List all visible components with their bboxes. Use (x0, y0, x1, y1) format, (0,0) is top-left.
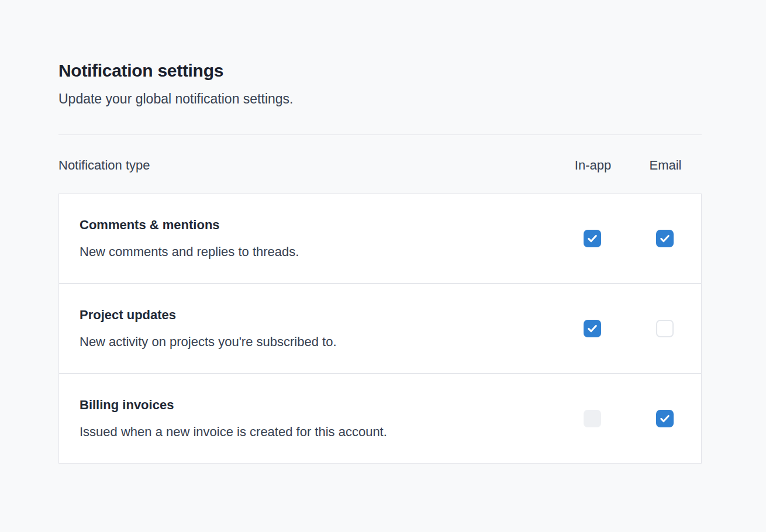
checkbox-comments-email[interactable] (656, 230, 674, 247)
checkbox-billing-in-app-disabled (584, 410, 601, 427)
row-description: New comments and replies to threads. (80, 244, 556, 260)
row-text: Project updates New activity on projects… (59, 307, 556, 350)
row-text: Comments & mentions New comments and rep… (59, 217, 556, 260)
check-icon (659, 233, 671, 244)
in-app-cell (556, 230, 629, 247)
check-icon (586, 323, 598, 334)
checkbox-projects-email[interactable] (656, 320, 674, 337)
page-subtitle: Update your global notification settings… (58, 91, 702, 108)
checkbox-comments-in-app[interactable] (584, 230, 601, 247)
column-header-email: Email (629, 158, 702, 173)
row-description: New activity on projects you're subscrib… (80, 334, 556, 350)
checkbox-billing-email[interactable] (656, 410, 674, 427)
column-header-notification-type: Notification type (58, 158, 557, 173)
row-title: Project updates (80, 307, 556, 323)
in-app-cell (556, 410, 629, 427)
email-cell (629, 410, 701, 427)
email-cell (629, 320, 701, 337)
section-divider (58, 134, 702, 135)
notification-settings-card: Comments & mentions New comments and rep… (58, 194, 702, 464)
in-app-cell (556, 320, 629, 337)
email-cell (629, 230, 701, 247)
row-title: Comments & mentions (80, 217, 556, 233)
row-text: Billing invoices Issued when a new invoi… (59, 397, 556, 440)
row-title: Billing invoices (80, 397, 556, 413)
table-header: Notification type In-app Email (58, 158, 702, 173)
table-row-project-updates: Project updates New activity on projects… (59, 283, 701, 373)
table-row-billing-invoices: Billing invoices Issued when a new invoi… (59, 373, 701, 463)
check-icon (586, 233, 598, 244)
checkbox-projects-in-app[interactable] (584, 320, 601, 337)
page-title: Notification settings (58, 60, 702, 81)
column-header-in-app: In-app (557, 158, 629, 173)
row-description: Issued when a new invoice is created for… (80, 424, 556, 440)
notification-settings-page: Notification settings Update your global… (58, 0, 702, 464)
check-icon (659, 413, 671, 424)
table-row-comments-mentions: Comments & mentions New comments and rep… (59, 194, 701, 283)
